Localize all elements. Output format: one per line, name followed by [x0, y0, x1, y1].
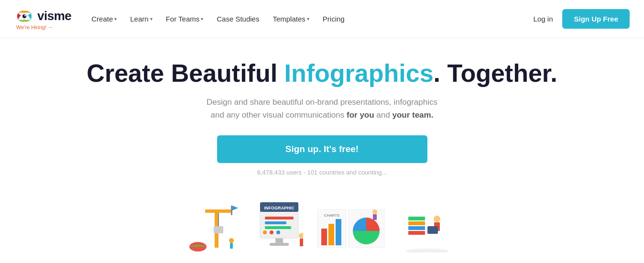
hiring-badge[interactable]: We're Hiring! → [16, 24, 53, 30]
svg-rect-18 [265, 217, 294, 219]
nav-item-for-teams[interactable]: For Teams ▾ [160, 11, 209, 27]
svg-rect-28 [321, 229, 327, 245]
chevron-down-icon: ▾ [201, 16, 203, 22]
svg-point-23 [276, 230, 280, 234]
hero-title: Create Beautiful Infographics. Together. [87, 60, 557, 87]
hero-cta-button[interactable]: Sign up. It's free! [217, 135, 427, 163]
svg-rect-34 [373, 214, 377, 220]
svg-rect-8 [214, 226, 223, 233]
svg-rect-29 [328, 224, 334, 245]
svg-rect-38 [408, 217, 425, 220]
hero-title-highlight: Infographics [284, 59, 434, 87]
hero-title-part2: . Together. [434, 59, 557, 87]
svg-rect-20 [265, 226, 291, 229]
hero-counter: 6,478,433 users - 101 countries and coun… [257, 169, 387, 176]
svg-point-2 [22, 14, 26, 18]
svg-point-33 [372, 209, 377, 214]
nav-item-pricing[interactable]: Pricing [317, 11, 350, 27]
svg-rect-25 [300, 239, 303, 246]
svg-point-42 [406, 249, 449, 252]
svg-rect-19 [265, 221, 286, 224]
chevron-down-icon: ▾ [307, 16, 309, 22]
svg-rect-12 [230, 243, 233, 249]
nav-links: Create ▾ Learn ▾ For Teams ▾ Case Studie… [86, 11, 533, 27]
illustration-strip: INFOGRAPHIC CHARTS [0, 190, 644, 252]
nav-item-learn[interactable]: Learn ▾ [124, 11, 158, 27]
crane-illustration [188, 195, 246, 252]
svg-text:INFOGRAPHIC: INFOGRAPHIC [264, 206, 295, 210]
nav-right: Log in Sign Up Free [534, 9, 630, 29]
hero-title-part1: Create Beautiful [87, 59, 284, 87]
nav-item-case-studies[interactable]: Case Studies [211, 11, 265, 27]
svg-text:CHARTS: CHARTS [324, 213, 339, 218]
svg-point-24 [299, 233, 303, 239]
svg-rect-30 [336, 219, 341, 245]
chevron-down-icon: ▾ [150, 16, 153, 22]
svg-rect-6 [205, 209, 231, 213]
svg-rect-9 [231, 206, 232, 215]
svg-marker-10 [232, 206, 238, 210]
svg-point-22 [270, 230, 273, 234]
svg-point-39 [434, 216, 440, 222]
svg-rect-35 [408, 231, 425, 235]
hero-section: Create Beautiful Infographics. Together.… [0, 38, 644, 190]
logo-icon [14, 8, 34, 24]
svg-rect-37 [408, 221, 425, 225]
svg-point-3 [24, 15, 26, 16]
hero-subtitle: Design and share beautiful on-brand pres… [207, 96, 437, 121]
login-link[interactable]: Log in [534, 15, 553, 23]
logo-area[interactable]: visme We're Hiring! → [14, 8, 71, 30]
svg-point-11 [229, 238, 234, 243]
nav-item-templates[interactable]: Templates ▾ [267, 11, 315, 27]
svg-rect-36 [408, 226, 425, 230]
logo-text: visme [37, 9, 71, 23]
svg-rect-41 [427, 226, 438, 234]
books-illustration [399, 205, 456, 252]
svg-point-21 [263, 230, 267, 234]
nav-item-create[interactable]: Create ▾ [86, 11, 122, 27]
chevron-down-icon: ▾ [114, 16, 117, 22]
signup-button[interactable]: Sign Up Free [562, 9, 630, 29]
infographic-illustration: INFOGRAPHIC [255, 195, 303, 252]
navigation: visme We're Hiring! → Create ▾ Learn ▾ F… [0, 0, 644, 38]
charts-illustration: CHARTS [313, 200, 389, 252]
